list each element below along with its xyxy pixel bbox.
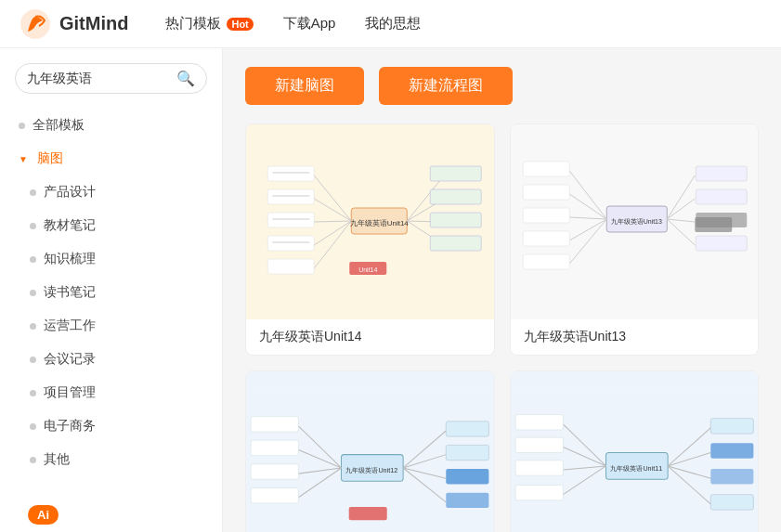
dot-icon	[30, 423, 36, 430]
triangle-icon: ▼	[19, 154, 28, 164]
svg-rect-85	[710, 419, 753, 434]
svg-rect-41	[523, 162, 569, 176]
card-unit11[interactable]: 九年级英语Unit11	[510, 370, 760, 532]
svg-rect-44	[523, 231, 569, 246]
dot-icon	[30, 357, 36, 363]
svg-rect-46	[696, 166, 747, 181]
svg-rect-49	[696, 236, 747, 251]
svg-rect-86	[710, 443, 753, 458]
svg-rect-68	[446, 469, 488, 484]
sidebar-item-product[interactable]: 产品设计	[0, 175, 222, 209]
svg-text:九年级英语Unit13: 九年级英语Unit13	[610, 218, 661, 225]
main-content: 新建脑图 新建流程图 九年级英语Unit14	[223, 48, 781, 532]
action-row: 新建脑图 新建流程图	[245, 67, 759, 105]
card-label-unit14: 九年级英语Unit14	[246, 319, 494, 355]
svg-rect-62	[251, 417, 298, 432]
svg-rect-84	[515, 485, 563, 500]
svg-rect-81	[515, 415, 563, 430]
sidebar-item-textbook[interactable]: 教材笔记	[0, 209, 222, 242]
new-mind-button[interactable]: 新建脑图	[245, 67, 364, 105]
dot-icon	[30, 290, 36, 296]
svg-rect-69	[446, 493, 488, 508]
dot-icon	[30, 223, 36, 229]
svg-text:九年级英语Unit12: 九年级英语Unit12	[345, 467, 397, 474]
card-grid: 九年级英语Unit14	[245, 123, 759, 532]
logo[interactable]: GitMind	[19, 7, 128, 41]
svg-rect-63	[251, 440, 298, 455]
svg-rect-17	[267, 259, 314, 274]
logo-icon	[19, 7, 52, 41]
svg-rect-43	[523, 208, 569, 223]
svg-rect-15	[267, 213, 314, 227]
svg-rect-87	[710, 469, 753, 484]
sidebar-item-all[interactable]: 全部模板	[0, 109, 222, 142]
ai-badge[interactable]: Ai	[28, 505, 59, 525]
svg-rect-20	[430, 213, 481, 227]
logo-text: GitMind	[59, 13, 128, 34]
card-label-unit13: 九年级英语Unit13	[511, 319, 759, 355]
layout: 🔍 全部模板 ▼ 脑图 产品设计 教材笔记 知识梳理	[0, 48, 781, 532]
sidebar-item-ecommerce[interactable]: 电子商务	[0, 409, 222, 443]
sidebar-item-knowledge[interactable]: 知识梳理	[0, 242, 222, 276]
svg-rect-66	[446, 422, 488, 436]
card-image-unit13: 九年级英语Unit13	[511, 124, 759, 319]
dot-icon	[30, 390, 36, 396]
svg-text:九年级英语Unit14: 九年级英语Unit14	[350, 219, 410, 227]
dot-icon	[19, 123, 25, 129]
svg-text:Unit14: Unit14	[358, 266, 377, 273]
card-image-unit12: 九年级英语Unit12	[246, 371, 494, 532]
svg-rect-47	[696, 189, 747, 204]
dot-icon	[30, 457, 36, 463]
svg-rect-16	[267, 236, 314, 251]
sidebar-item-meeting[interactable]: 会议记录	[0, 343, 222, 376]
dot-icon	[30, 256, 36, 263]
nav-my-mind[interactable]: 我的思想	[365, 15, 421, 32]
main-nav: 热门模板 Hot 下载App 我的思想	[165, 15, 421, 32]
hot-badge: Hot	[227, 18, 253, 31]
svg-rect-19	[430, 189, 481, 204]
svg-rect-82	[515, 437, 563, 452]
card-unit13[interactable]: 九年级英语Unit13	[510, 123, 760, 356]
svg-rect-42	[523, 185, 569, 200]
svg-rect-64	[251, 464, 298, 479]
dot-icon	[30, 323, 36, 330]
nav-hot-templates[interactable]: 热门模板 Hot	[165, 15, 253, 32]
svg-rect-13	[267, 166, 314, 181]
card-image-unit14: 九年级英语Unit14	[246, 124, 494, 319]
new-flow-button[interactable]: 新建流程图	[379, 67, 513, 105]
sidebar-item-operations[interactable]: 运营工作	[0, 309, 222, 343]
svg-text:九年级英语Unit11: 九年级英语Unit11	[610, 465, 662, 473]
sidebar-item-reading[interactable]: 读书笔记	[0, 276, 222, 309]
nav-download[interactable]: 下载App	[283, 15, 336, 32]
svg-rect-83	[515, 461, 563, 475]
svg-rect-65	[251, 488, 298, 503]
svg-rect-45	[523, 254, 569, 269]
svg-rect-18	[430, 166, 481, 181]
sidebar-item-project[interactable]: 项目管理	[0, 376, 222, 409]
search-icon: 🔍	[176, 70, 195, 87]
svg-rect-48	[696, 213, 747, 227]
search-box[interactable]: 🔍	[15, 63, 207, 94]
svg-rect-21	[430, 236, 481, 251]
card-unit14[interactable]: 九年级英语Unit14	[245, 123, 495, 356]
search-input[interactable]	[27, 71, 171, 86]
svg-rect-14	[267, 189, 314, 204]
svg-rect-67	[446, 445, 488, 460]
svg-rect-88	[710, 495, 753, 510]
sidebar: 🔍 全部模板 ▼ 脑图 产品设计 教材笔记 知识梳理	[0, 48, 223, 532]
svg-rect-53	[349, 507, 387, 520]
sidebar-item-mind[interactable]: ▼ 脑图	[0, 142, 222, 175]
card-unit12[interactable]: 九年级英语Unit12	[245, 370, 495, 532]
card-image-unit11: 九年级英语Unit11	[511, 371, 759, 532]
sidebar-item-other[interactable]: 其他	[0, 443, 222, 476]
sidebar-menu: 全部模板 ▼ 脑图 产品设计 教材笔记 知识梳理 读书笔记	[0, 109, 222, 476]
dot-icon	[30, 189, 36, 196]
header: GitMind 热门模板 Hot 下载App 我的思想	[0, 0, 781, 48]
